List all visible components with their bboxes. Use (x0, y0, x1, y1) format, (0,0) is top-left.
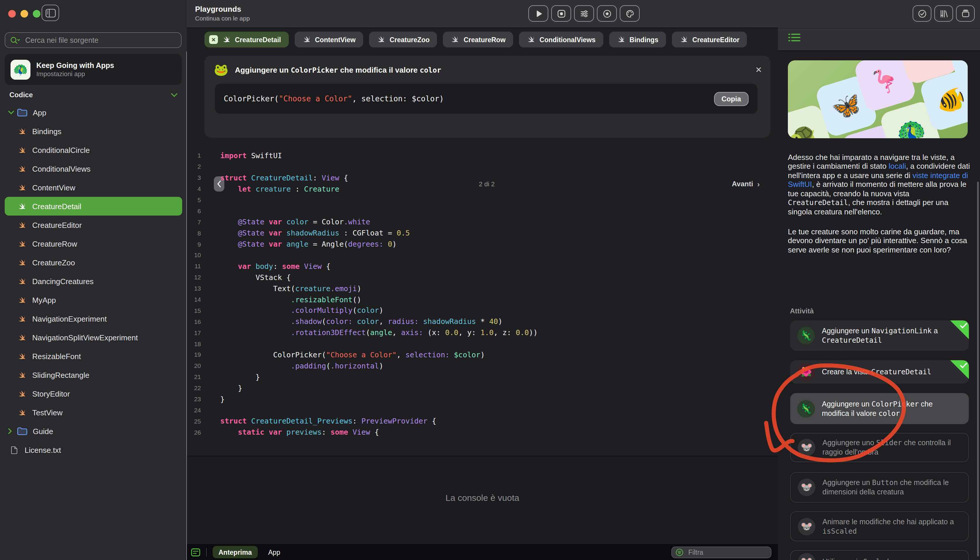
sidebar-item-creaturezoo[interactable]: CreatureZoo (5, 253, 182, 272)
tab-label: CreatureRow (463, 36, 505, 43)
code-line[interactable]: 5 (187, 194, 778, 205)
right-panel-scrollbar[interactable] (977, 182, 979, 557)
console-empty-message: La console è vuota (187, 493, 778, 503)
code-line[interactable]: 7 @State var color = Color.white (187, 217, 778, 228)
swift-file-icon (16, 314, 28, 323)
windows-stack-button[interactable] (956, 5, 975, 22)
close-icon[interactable]: ✕ (755, 66, 762, 74)
code-line[interactable]: 18 (187, 338, 778, 349)
swift-file-icon (16, 145, 28, 154)
filter-input[interactable] (687, 548, 767, 556)
line-number: 25 (187, 418, 201, 425)
sidebar-item-creaturerow[interactable]: CreatureRow (5, 234, 182, 253)
code-line[interactable]: 13 Text(creature.emoji) (187, 283, 778, 294)
task-card[interactable]: 🐭Aggiungere un Button che modifica le di… (790, 472, 969, 503)
task-card[interactable]: 🌺Creare la vista CreatureDetail (790, 360, 969, 384)
swift-file-icon (527, 35, 535, 44)
code-line[interactable]: 3struct CreatureDetail: View { (187, 172, 778, 183)
search-input[interactable] (24, 35, 176, 45)
tab-creaturerow[interactable]: CreatureRow (443, 32, 513, 47)
star-circle-button[interactable] (597, 5, 617, 22)
sidebar-item-app[interactable]: App (5, 103, 182, 122)
close-tab-icon[interactable]: ✕ (209, 35, 218, 44)
code-line[interactable]: 2 (187, 161, 778, 172)
app-settings-card[interactable]: 🦚 Keep Going with Apps Impostazioni app (5, 54, 182, 85)
sidebar-item-testview[interactable]: TestView (5, 403, 182, 422)
code-line[interactable]: 9 @State var angle = Angle(degrees: 0) (187, 238, 778, 250)
task-list-icon[interactable] (788, 33, 800, 42)
app-frame-button[interactable] (551, 5, 571, 22)
code-line[interactable]: 23} (187, 393, 778, 405)
file-name: ContentView (32, 183, 75, 192)
zoom-window-button[interactable] (33, 10, 40, 18)
sidebar-item-conditionalcircle[interactable]: ConditionalCircle (5, 141, 182, 159)
code-line[interactable]: 26 static var previews: some View { (187, 427, 778, 438)
chevron-right-icon[interactable] (8, 428, 17, 434)
sidebar-item-contentview[interactable]: ContentView (5, 178, 182, 197)
code-line[interactable]: 11 var body: some View { (187, 261, 778, 272)
sidebar-toggle-button[interactable] (42, 5, 59, 21)
sidebar-item-slidingrectangle[interactable]: SlidingRectangle (5, 365, 182, 384)
filters-icon (580, 9, 588, 18)
task-card[interactable]: 🐭Aggiungere uno Slider che controlla il … (790, 433, 969, 462)
code-line[interactable]: 12 VStack { (187, 272, 778, 283)
grey-creature-avatar: 🐭 (798, 518, 815, 535)
sidebar-item-navigationsplitviewexperiment[interactable]: NavigationSplitViewExperiment (5, 328, 182, 347)
sidebar-item-storyeditor[interactable]: StoryEditor (5, 384, 182, 403)
sidebar-item-creatureeditor[interactable]: CreatureEditor (5, 215, 182, 234)
task-card[interactable]: 🐭Utilizzare isScaled (790, 550, 969, 560)
search-field[interactable] (5, 32, 182, 48)
sidebar-item-resizablefont[interactable]: ResizableFont (5, 347, 182, 365)
sidebar-item-bindings[interactable]: Bindings (5, 122, 182, 141)
task-card[interactable]: 🐭Animare le modifiche che hai applicato … (790, 512, 969, 541)
sidebar-item-license-txt[interactable]: License.txt (5, 440, 182, 459)
code-line[interactable]: 8 @State var shadowRadius : CGFloat = 0.… (187, 227, 778, 238)
code-line[interactable]: 14 .resizableFont() (187, 294, 778, 305)
close-window-button[interactable] (8, 10, 16, 18)
tab-creaturedetail[interactable]: ✕CreatureDetail (205, 32, 288, 47)
sidebar-item-creaturedetail[interactable]: CreatureDetail (5, 197, 182, 215)
line-number: 2 (187, 163, 201, 170)
bottom-bar: AnteprimaApp (187, 544, 778, 560)
code-line[interactable]: 10 (187, 250, 778, 261)
sidebar-item-myapp[interactable]: MyApp (5, 290, 182, 309)
filters-button[interactable] (574, 5, 594, 22)
code-line[interactable]: 20 .padding(.horizontal) (187, 360, 778, 372)
code-line[interactable]: 4 let creature : Creature (187, 183, 778, 194)
bottom-tab-anteprima[interactable]: Anteprima (213, 546, 258, 558)
code-line[interactable]: 19 ColorPicker("Choose a Color", selecti… (187, 349, 778, 360)
code-line[interactable]: 17 .rotation3DEffect(angle, axis: (x: 0.… (187, 327, 778, 338)
code-section-header[interactable]: Codice (9, 91, 177, 99)
code-line[interactable]: 24 (187, 405, 778, 416)
console-icon[interactable] (191, 548, 200, 556)
code-line[interactable]: 15 .colorMultiply(color) (187, 305, 778, 316)
tab-bindings[interactable]: Bindings (609, 32, 666, 47)
code-line[interactable]: 16 .shadow(color: color, radius: shadowR… (187, 316, 778, 327)
filter-field[interactable] (671, 546, 772, 558)
sidebar-item-conditionalviews[interactable]: ConditionalViews (5, 159, 182, 178)
sidebar-item-navigationexperiment[interactable]: NavigationExperiment (5, 309, 182, 328)
copy-button[interactable]: Copia (714, 92, 748, 106)
sidebar-item-guide[interactable]: Guide (5, 422, 182, 440)
code-line[interactable]: 25struct CreatureDetail_Previews: Previe… (187, 416, 778, 427)
chevron-down-icon[interactable] (8, 110, 17, 115)
tab-conditionalviews[interactable]: ConditionalViews (519, 32, 603, 47)
tab-contentview[interactable]: ContentView (294, 32, 363, 47)
code-line[interactable]: 22 } (187, 382, 778, 393)
task-card[interactable]: 🦎Aggiungere un NavigationLink a Creature… (790, 320, 969, 351)
task-card-current[interactable]: 🦎Aggiungere un ColorPicker che modifica … (790, 393, 969, 424)
tab-creaturezoo[interactable]: CreatureZoo (369, 32, 437, 47)
inline-link[interactable]: locali (888, 162, 906, 171)
code-line[interactable]: 6 (187, 205, 778, 217)
bottom-tab-app[interactable]: App (262, 546, 286, 558)
tab-creatureeditor[interactable]: CreatureEditor (672, 32, 747, 47)
checkmark-circle-button[interactable] (913, 5, 932, 22)
code-line[interactable]: 1import SwiftUI (187, 150, 778, 161)
library-button[interactable] (934, 5, 953, 22)
sidebar-item-dancingcreatures[interactable]: DancingCreatures (5, 272, 182, 290)
play-button[interactable] (528, 5, 548, 22)
minimize-window-button[interactable] (20, 10, 28, 18)
code-editor[interactable]: 1import SwiftUI23struct CreatureDetail: … (187, 150, 778, 438)
palette-button[interactable] (620, 5, 640, 22)
code-line[interactable]: 21 } (187, 372, 778, 383)
